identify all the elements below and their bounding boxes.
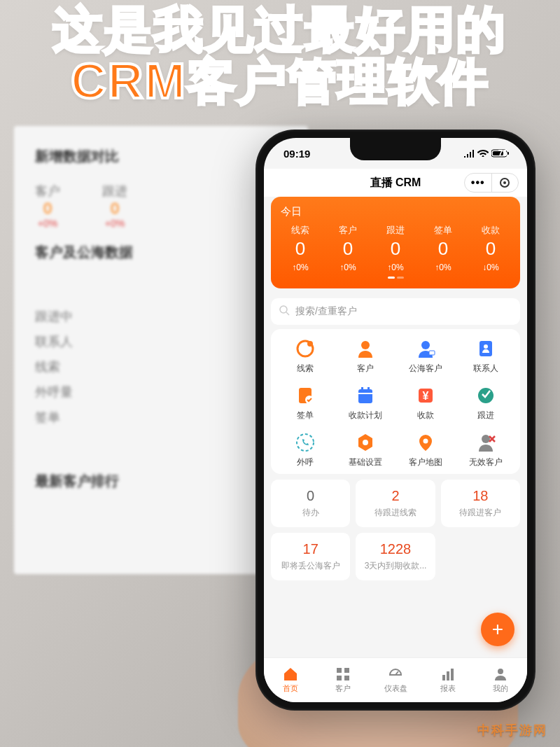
tab-home[interactable]: 首页 — [264, 658, 316, 702]
svg-rect-17 — [368, 387, 370, 391]
svg-line-4 — [286, 312, 289, 315]
kpi-tile-0[interactable]: 0 待办 — [271, 480, 350, 527]
lead-icon — [294, 337, 316, 360]
phone-frame: 09:19 75 直播 CRM ••• 今日 — [255, 130, 536, 711]
phone-notch — [350, 138, 441, 160]
grid-item-settings[interactable]: 基础设置 — [335, 431, 396, 468]
sea-icon — [414, 337, 437, 360]
headline-overlay: 这是我见过最好用的CRM客户管理软件 — [0, 4, 560, 107]
phone-screen: 09:19 75 直播 CRM ••• 今日 — [264, 138, 527, 702]
svg-point-20 — [297, 434, 314, 451]
svg-rect-16 — [361, 387, 363, 391]
grid-item-sea[interactable]: 公海客户 — [396, 337, 456, 375]
tab-dash[interactable]: 仪表盘 — [369, 658, 421, 702]
invalid-icon — [475, 431, 497, 454]
today-header: 今日 — [276, 204, 514, 224]
svg-rect-27 — [337, 668, 342, 673]
more-icon: ••• — [471, 176, 485, 189]
svg-rect-32 — [442, 675, 445, 680]
grid-item-invalid[interactable]: 无效客户 — [456, 431, 516, 468]
kpi-tiles: 0 待办 2 待跟进线索 18 待跟进客户 17 即将丢公海客户 1228 3天… — [271, 480, 520, 580]
tab-me[interactable]: 我的 — [475, 658, 527, 702]
search-icon — [279, 305, 290, 318]
kpi-tile-4[interactable]: 1228 3天内到期收款... — [356, 533, 435, 580]
settings-icon — [354, 431, 377, 454]
signal-icon — [463, 150, 475, 158]
miniprogram-capsule[interactable]: ••• — [464, 173, 519, 193]
svg-rect-14 — [358, 389, 372, 403]
search-input[interactable]: 搜索/查重客户 — [271, 298, 520, 325]
home-icon — [283, 666, 298, 682]
kpi-tile-2[interactable]: 18 待跟进客户 — [441, 480, 520, 527]
svg-point-11 — [484, 344, 488, 349]
desktop-section1-title: 新增数据对比 — [35, 147, 287, 166]
pager-dots — [276, 277, 514, 279]
tab-grid[interactable]: 客户 — [316, 658, 369, 702]
desktop-section2-title: 客户及公海数据 — [35, 243, 287, 262]
svg-rect-34 — [451, 669, 454, 680]
more-button[interactable]: ••• — [465, 174, 492, 192]
svg-point-8 — [421, 341, 430, 349]
svg-point-24 — [482, 435, 490, 443]
wifi-icon — [477, 148, 489, 159]
today-stat-3[interactable]: 签单 0 ↑0% — [419, 224, 467, 272]
today-stat-4[interactable]: 收款 0 ↓0% — [467, 224, 514, 272]
svg-rect-30 — [344, 676, 349, 680]
svg-point-23 — [424, 439, 428, 444]
desktop-stat: 客户 0 +0% — [35, 183, 60, 229]
status-time: 09:19 — [284, 148, 310, 160]
payment-icon: ¥ — [414, 384, 437, 407]
contact-icon — [475, 337, 497, 360]
dash-icon — [388, 666, 403, 682]
desktop-section3-title: 最新客户排行 — [35, 472, 287, 491]
plan-icon — [354, 384, 377, 407]
grid-item-follow[interactable]: 跟进 — [456, 384, 516, 421]
grid-item-map[interactable]: 客户地图 — [396, 431, 456, 468]
today-stat-1[interactable]: 客户 0 ↑0% — [324, 224, 372, 272]
grid-item-call[interactable]: 外呼 — [275, 431, 335, 468]
call-icon — [294, 431, 316, 454]
grid-item-contract[interactable]: 签单 — [275, 384, 335, 421]
search-placeholder: 搜索/查重客户 — [295, 305, 357, 318]
grid-item-customer[interactable]: 客户 — [335, 337, 396, 375]
close-button[interactable] — [492, 174, 519, 192]
svg-rect-9 — [429, 351, 435, 355]
grid-item-lead[interactable]: 线索 — [275, 337, 335, 375]
plus-icon: + — [492, 618, 503, 641]
desktop-stat: 跟进 0 +0% — [102, 183, 127, 229]
kpi-tile-1[interactable]: 2 待跟进线索 — [356, 480, 435, 527]
tab-bar: 首页 客户 仪表盘 报表 我的 — [264, 657, 527, 702]
app-title: 直播 CRM — [370, 176, 421, 190]
grid-icon — [335, 666, 351, 682]
svg-rect-28 — [344, 668, 349, 673]
grid-item-plan[interactable]: 收款计划 — [335, 384, 396, 421]
today-stat-2[interactable]: 跟进 0 ↑0% — [372, 224, 419, 272]
svg-point-22 — [363, 440, 368, 445]
svg-rect-33 — [447, 671, 449, 680]
title-bar: 直播 CRM ••• — [264, 169, 527, 197]
svg-point-7 — [361, 341, 370, 349]
svg-point-6 — [307, 341, 313, 347]
svg-point-35 — [498, 669, 503, 674]
me-icon — [493, 666, 508, 682]
contract-icon — [294, 384, 316, 407]
report-icon — [440, 666, 456, 682]
grid-item-contact[interactable]: 联系人 — [456, 337, 516, 375]
tab-report[interactable]: 报表 — [422, 658, 475, 702]
battery-percent: 75 — [498, 148, 507, 158]
map-icon — [414, 431, 437, 454]
customer-icon — [354, 337, 377, 360]
today-stat-0[interactable]: 线索 0 ↑0% — [276, 224, 324, 272]
grid-item-payment[interactable]: ¥ 收款 — [396, 384, 456, 421]
function-grid: 线索 客户 公海客户 联系人 签单 收款计划 ¥ 收款 跟进 外呼 基础设置 客… — [271, 329, 520, 474]
follow-icon — [475, 384, 497, 407]
svg-rect-29 — [337, 676, 342, 680]
add-fab[interactable]: + — [481, 613, 514, 646]
kpi-tile-3[interactable]: 17 即将丢公海客户 — [271, 533, 350, 580]
watermark: 中科手游网 — [477, 722, 547, 739]
svg-point-3 — [280, 306, 287, 313]
today-stats-card[interactable]: 今日 线索 0 ↑0% 客户 0 ↑0% 跟进 0 ↑0% 签单 0 ↑0% 收… — [271, 197, 520, 288]
svg-text:¥: ¥ — [423, 390, 429, 402]
target-icon — [500, 178, 510, 188]
